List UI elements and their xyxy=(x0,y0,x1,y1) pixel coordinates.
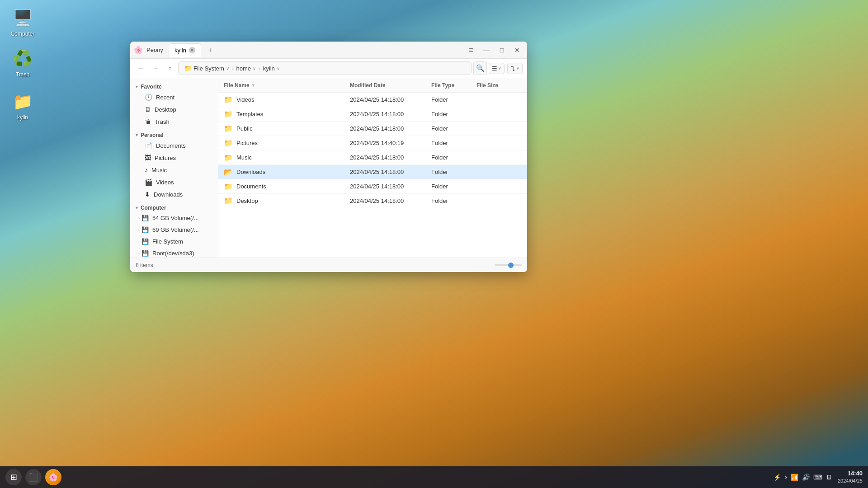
desktop-icon-computer[interactable]: 🖥️ Computer xyxy=(5,5,41,40)
back-button[interactable]: ← xyxy=(135,62,147,75)
desktop-sidebar-icon: 🖥 xyxy=(145,106,151,113)
root-disk-icon: 💾 xyxy=(142,250,149,257)
clock-display[interactable]: 14:40 2024/04/25 xyxy=(838,469,863,485)
sidebar-item-vol69[interactable]: › 💾 69 GB Volume(/... xyxy=(132,224,216,235)
file-type: Folder xyxy=(431,197,476,204)
sidebar-item-desktop[interactable]: 🖥 Desktop xyxy=(132,103,216,115)
sidebar: ▼ Favorite 🕐 Recent 🖥 Desktop 🗑 Trash ▼ … xyxy=(130,78,218,258)
col-sort-icon: ▼ xyxy=(251,83,255,88)
content-area: ▼ Favorite 🕐 Recent 🖥 Desktop 🗑 Trash ▼ … xyxy=(130,78,527,258)
minimize-button[interactable]: — xyxy=(480,44,493,56)
forward-icon: → xyxy=(152,65,159,72)
tab-close-button[interactable]: ✕ xyxy=(189,47,195,53)
table-row[interactable]: 📁 Desktop 2024/04/25 14:18:00 Folder xyxy=(218,194,527,208)
file-modified: 2024/04/25 14:18:00 xyxy=(350,96,431,103)
filesystem-sidebar-label: File System xyxy=(152,238,183,245)
taskbar-peony-button[interactable]: 🌸 xyxy=(45,469,61,485)
new-tab-button[interactable]: + xyxy=(205,45,216,56)
col-header-modified[interactable]: Modified Date xyxy=(350,82,431,89)
sidebar-item-filesystem[interactable]: › 💾 File System xyxy=(132,236,216,247)
file-name-cell: 📁 Videos xyxy=(224,95,350,104)
col-header-size[interactable]: File Size xyxy=(476,82,522,89)
taskbar-left: ⊞ ⬛ 🌸 xyxy=(5,469,61,485)
bc-sep-1: › xyxy=(232,66,234,71)
file-type: Folder xyxy=(431,96,476,103)
multitasking-icon: ⬛ xyxy=(28,472,38,482)
forward-button[interactable]: → xyxy=(149,62,162,75)
file-modified: 2024/04/25 14:18:00 xyxy=(350,125,431,132)
vol54-disk-icon: 💾 xyxy=(142,215,149,221)
vol69-label: 69 GB Volume(/... xyxy=(152,226,199,233)
taskbar-right: ⚡ › 📶 🔊 ⌨ 🖥 14:40 2024/04/25 xyxy=(774,469,863,485)
music-sidebar-icon: ♪ xyxy=(145,166,148,174)
sidebar-item-recent[interactable]: 🕐 Recent xyxy=(132,91,216,103)
file-type: Folder xyxy=(431,125,476,132)
table-row[interactable]: 📁 Public 2024/04/25 14:18:00 Folder xyxy=(218,122,527,136)
file-type: Folder xyxy=(431,111,476,117)
breadcrumb-home[interactable]: home ∨ xyxy=(235,64,258,73)
search-icon: 🔍 xyxy=(476,64,485,72)
up-button[interactable]: ↑ xyxy=(164,62,176,75)
taskbar-system-icons: ⚡ › 📶 🔊 ⌨ 🖥 xyxy=(774,474,832,481)
file-name: Videos xyxy=(236,96,255,103)
trash-icon: ♻️ xyxy=(12,48,33,70)
file-name: Pictures xyxy=(236,140,258,146)
sidebar-item-music[interactable]: ♪ Music xyxy=(132,164,216,176)
downloads-sidebar-label: Downloads xyxy=(154,191,183,198)
col-header-type[interactable]: File Type xyxy=(431,82,476,89)
items-count: 8 items xyxy=(136,262,153,268)
recent-label: Recent xyxy=(156,94,175,101)
maximize-button[interactable]: □ xyxy=(495,44,508,56)
sidebar-item-root[interactable]: › 💾 Root(/dev/sda3) xyxy=(132,248,216,258)
table-row[interactable]: 📁 Documents 2024/04/25 14:18:00 Folder xyxy=(218,179,527,194)
file-name: Desktop xyxy=(236,197,258,204)
bc-chevron-0: ∨ xyxy=(226,66,229,71)
zoom-thumb xyxy=(508,263,514,268)
search-button[interactable]: 🔍 xyxy=(473,61,487,75)
sidebar-item-trash[interactable]: 🗑 Trash xyxy=(132,116,216,127)
table-row[interactable]: 📁 Pictures 2024/04/25 14:40:19 Folder xyxy=(218,136,527,150)
desktop-icon-trash[interactable]: ♻️ Trash xyxy=(5,45,41,80)
desktop-icon-kylin[interactable]: 📁 kylin xyxy=(5,88,41,123)
window-controls: ≡ — □ ✕ xyxy=(465,44,524,56)
table-row[interactable]: 📁 Videos 2024/04/25 14:18:00 Folder xyxy=(218,93,527,107)
taskbar-multitasking-button[interactable]: ⬛ xyxy=(25,469,42,485)
sort-icon: ⇅ xyxy=(510,65,515,72)
kylin-menu-button[interactable]: ⊞ xyxy=(5,469,22,485)
tab-kylin[interactable]: kylin ✕ xyxy=(169,43,201,57)
sort-button[interactable]: ⇅ ∨ xyxy=(507,63,523,74)
table-row[interactable]: 📁 Music 2024/04/25 14:18:00 Folder xyxy=(218,150,527,165)
file-folder-icon: 📁 xyxy=(224,110,233,118)
sidebar-section-personal[interactable]: ▼ Personal xyxy=(130,130,218,139)
filesystem-expand-icon: › xyxy=(138,239,140,244)
favorite-collapse-icon: ▼ xyxy=(135,84,139,89)
sidebar-item-downloads[interactable]: ⬇ Downloads xyxy=(132,188,216,200)
list-view-button[interactable]: ☰ ∨ xyxy=(489,63,505,74)
zoom-control xyxy=(495,264,522,266)
wifi-icon: 📶 xyxy=(791,474,798,481)
col-header-name[interactable]: File Name ▼ xyxy=(224,82,350,89)
vol54-label: 54 GB Volume(/... xyxy=(152,215,199,221)
file-name-cell: 📁 Public xyxy=(224,124,350,133)
music-sidebar-label: Music xyxy=(151,167,167,174)
sidebar-section-favorite[interactable]: ▼ Favorite xyxy=(130,82,218,91)
file-modified: 2024/04/25 14:18:00 xyxy=(350,111,431,117)
sidebar-item-vol54[interactable]: › 💾 54 GB Volume(/... xyxy=(132,212,216,224)
sidebar-item-pictures[interactable]: 🖼 Pictures xyxy=(132,152,216,164)
list-view-icon: ☰ xyxy=(492,65,497,72)
zoom-slider[interactable] xyxy=(495,264,522,266)
close-button[interactable]: ✕ xyxy=(511,44,524,56)
computer-section-label: Computer xyxy=(141,205,166,211)
breadcrumb-filesystem[interactable]: 📁 File System ∨ xyxy=(182,64,231,73)
breadcrumb-kylin[interactable]: kylin ∨ xyxy=(261,64,282,73)
sidebar-item-documents[interactable]: 📄 Documents xyxy=(132,140,216,151)
table-row[interactable]: 📂 Downloads 2024/04/25 14:18:00 Folder xyxy=(218,165,527,179)
table-row[interactable]: 📁 Templates 2024/04/25 14:18:00 Folder xyxy=(218,107,527,122)
kylin-icon-label: kylin xyxy=(17,114,28,121)
window-menu-button[interactable]: ≡ xyxy=(465,44,477,56)
sidebar-section-computer[interactable]: ▼ Computer xyxy=(130,203,218,212)
sidebar-item-videos[interactable]: 🎬 Videos xyxy=(132,176,216,188)
arrow-icon: › xyxy=(785,474,787,481)
computer-collapse-icon: ▼ xyxy=(135,206,139,210)
file-name: Music xyxy=(236,154,252,161)
